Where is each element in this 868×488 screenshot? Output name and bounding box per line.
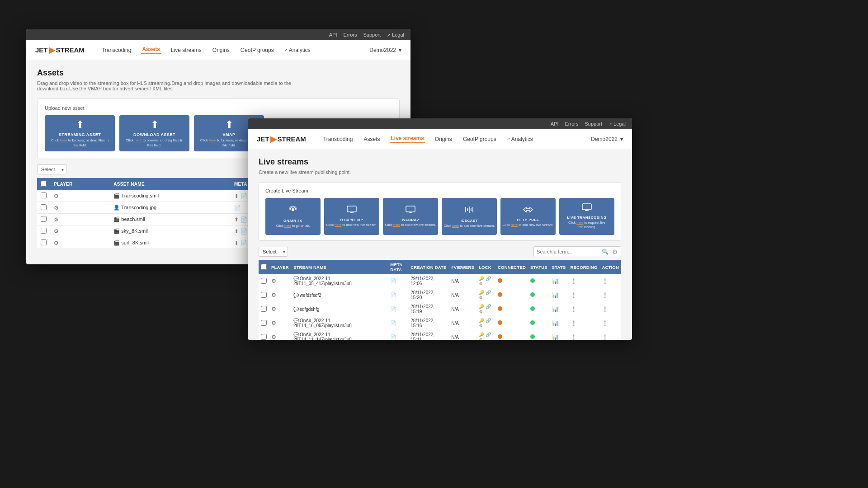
gear-icon[interactable]: ⚙ xyxy=(271,320,276,326)
gear-icon[interactable]: ⚙ xyxy=(54,240,59,246)
live-row5-recording[interactable]: ⋮ xyxy=(568,330,600,340)
live-row3-recording[interactable]: ⋮ xyxy=(568,302,600,316)
live-nav-live-streams[interactable]: Live streams xyxy=(390,135,425,143)
live-row3-action[interactable]: ⋮ xyxy=(599,302,621,316)
api-link[interactable]: API xyxy=(329,32,337,38)
lock-key-icon[interactable]: 🔑 xyxy=(479,332,484,337)
live-row1-action[interactable]: ⋮ xyxy=(599,274,621,288)
live-page-desc: Create a new live stream publishing poin… xyxy=(259,169,530,175)
lock-key-icon[interactable]: 🔑 xyxy=(479,290,484,295)
nav-assets[interactable]: Assets xyxy=(141,46,160,54)
svg-point-0 xyxy=(292,208,294,211)
nav-transcoding[interactable]: Transcoding xyxy=(101,47,132,53)
create-live-section: Create Live Stream ONAIR 4K Click here t… xyxy=(259,182,621,241)
assets-user-menu[interactable]: Demo2022 ▾ xyxy=(369,47,401,53)
live-transcoding-box[interactable]: LIVE TRANSCODING Click here to request l… xyxy=(559,198,614,235)
filter-icon[interactable]: ⚙ xyxy=(612,248,618,255)
lock-gear-icon[interactable]: ⚙ xyxy=(479,323,483,328)
row4-checkbox xyxy=(37,225,50,237)
live-select-wrap[interactable]: Select xyxy=(259,247,288,257)
nav-origins[interactable]: Origins xyxy=(212,47,231,53)
live-row1-checkbox[interactable] xyxy=(261,278,267,284)
live-search-input[interactable] xyxy=(537,249,600,254)
live-row1-recording[interactable]: ⋮ xyxy=(568,274,600,288)
nav-analytics[interactable]: ↗ Analytics xyxy=(284,47,311,53)
gear-icon[interactable]: ⚙ xyxy=(271,334,276,340)
lock-gear-icon[interactable]: ⚙ xyxy=(479,309,483,314)
live-nav-origins[interactable]: Origins xyxy=(434,136,453,142)
live-row1-stats[interactable]: 📊 xyxy=(550,274,568,288)
live-support-link[interactable]: Support xyxy=(585,121,602,127)
errors-link[interactable]: Errors xyxy=(344,32,357,38)
live-row4-checkbox[interactable] xyxy=(261,320,267,326)
assets-select-wrap[interactable]: Select xyxy=(37,164,66,174)
gear-icon[interactable]: ⚙ xyxy=(54,228,59,235)
assets-top-bar: API Errors Support ↗ Legal xyxy=(26,29,410,40)
gear-icon[interactable]: ⚙ xyxy=(271,306,276,312)
live-errors-link[interactable]: Errors xyxy=(565,121,579,127)
live-col-stream-name: STREAM NAME xyxy=(291,260,388,274)
live-row5-status xyxy=(528,330,550,340)
lock-link-icon[interactable]: 🔗 xyxy=(486,304,491,309)
upload-section-title: Upload new asset xyxy=(45,105,392,111)
live-search-bar[interactable]: 🔍 ⚙ xyxy=(533,246,621,257)
nav-live-streams[interactable]: Live streams xyxy=(170,47,203,53)
live-col-viewers: #VIEWERS xyxy=(449,260,476,274)
download-asset-box[interactable]: ⬆ DOWNLOAD ASSET Click here to browse, o… xyxy=(119,115,189,151)
lock-gear-icon[interactable]: ⚙ xyxy=(479,281,483,286)
streaming-asset-box[interactable]: ⬆ STREAMING ASSET Click here to browse, … xyxy=(45,115,115,151)
live-row2-action[interactable]: ⋮ xyxy=(599,288,621,302)
lock-key-icon[interactable]: 🔑 xyxy=(479,318,484,323)
live-nav-assets[interactable]: Assets xyxy=(363,136,381,142)
live-row5-stats[interactable]: 📊 xyxy=(550,330,568,340)
live-user-menu[interactable]: Demo2022 ▾ xyxy=(591,136,623,142)
gear-icon[interactable]: ⚙ xyxy=(54,193,59,199)
legal-link[interactable]: ↗ Legal xyxy=(387,32,404,38)
lock-link-icon[interactable]: 🔗 xyxy=(486,290,491,295)
support-link[interactable]: Support xyxy=(363,32,381,38)
icecast-box[interactable]: ICECAST Click here to add new live strea… xyxy=(442,198,497,235)
create-live-title: Create Live Stream xyxy=(265,188,614,193)
live-nav-analytics[interactable]: ↗ Analytics xyxy=(506,136,533,142)
lock-key-icon[interactable]: 🔑 xyxy=(479,304,484,309)
assets-select[interactable]: Select xyxy=(37,164,66,174)
live-transcoding-title: LIVE TRANSCODING xyxy=(567,216,607,220)
gear-icon[interactable]: ⚙ xyxy=(271,292,276,298)
onair-4k-box[interactable]: ONAIR 4K Click here to go on air. xyxy=(265,198,321,235)
row1-player: ⚙ xyxy=(50,190,110,202)
gear-icon[interactable]: ⚙ xyxy=(54,216,59,223)
live-row4-recording[interactable]: ⋮ xyxy=(568,316,600,330)
webdav-box[interactable]: WEBDAV Click here to add new live stream… xyxy=(383,198,438,235)
lock-link-icon[interactable]: 🔗 xyxy=(486,332,491,337)
lock-link-icon[interactable]: 🔗 xyxy=(486,318,491,323)
col-player: PLAYER xyxy=(50,178,110,190)
gear-icon[interactable]: ⚙ xyxy=(54,205,59,211)
live-select[interactable]: Select xyxy=(259,247,288,257)
live-row4-action[interactable]: ⋮ xyxy=(599,316,621,330)
http-pull-box[interactable]: HTTP PULL Click here to add new live str… xyxy=(500,198,556,235)
live-legal-link[interactable]: ↗ Legal xyxy=(609,121,626,127)
live-nav-geoip[interactable]: GeoIP groups xyxy=(462,136,497,142)
live-row3-checkbox[interactable] xyxy=(261,306,267,312)
live-row2-checkbox[interactable] xyxy=(261,292,267,298)
live-row4-stats[interactable]: 📊 xyxy=(550,316,568,330)
live-row3-lock: 🔑 🔗 ⚙ xyxy=(476,302,495,316)
live-api-link[interactable]: API xyxy=(551,121,559,127)
live-nav-transcoding[interactable]: Transcoding xyxy=(322,136,354,142)
gear-icon[interactable]: ⚙ xyxy=(271,278,276,284)
live-select-all[interactable] xyxy=(261,264,267,270)
row4-asset: 🎬sky_8K.smil xyxy=(110,225,231,237)
lock-key-icon[interactable]: 🔑 xyxy=(479,276,484,281)
row3-asset: 🎬beach.smil xyxy=(110,214,231,225)
live-row2-recording[interactable]: ⋮ xyxy=(568,288,600,302)
select-all-checkbox[interactable] xyxy=(41,181,47,187)
live-row3-stats[interactable]: 📊 xyxy=(550,302,568,316)
lock-link-icon[interactable]: 🔗 xyxy=(486,276,491,281)
lock-gear-icon[interactable]: ⚙ xyxy=(479,337,483,340)
nav-geoip[interactable]: GeoIP groups xyxy=(240,47,275,53)
rtsp-rtmp-box[interactable]: RTSP/RTMP Click here to add new live str… xyxy=(324,198,379,235)
lock-gear-icon[interactable]: ⚙ xyxy=(479,295,483,300)
live-row2-stats[interactable]: 📊 xyxy=(550,288,568,302)
live-row5-action[interactable]: ⋮ xyxy=(599,330,621,340)
live-row5-checkbox[interactable] xyxy=(261,334,267,340)
